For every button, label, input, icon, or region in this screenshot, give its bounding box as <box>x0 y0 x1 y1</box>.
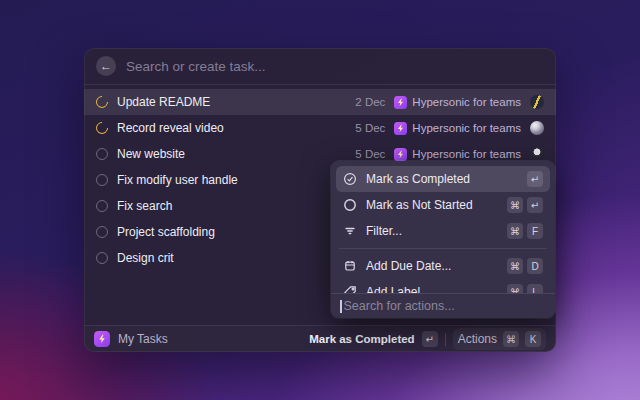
task-title: Fix modify user handle <box>117 173 238 187</box>
task-title: Record reveal video <box>117 121 224 135</box>
actions-menu-popup: Mark as Completed ↵ Mark as Not Started … <box>331 161 555 318</box>
menu-item-label: Mark as Not Started <box>366 198 473 212</box>
due-date: 5 Dec <box>355 122 385 134</box>
menu-item-filter[interactable]: Filter... ⌘ F <box>336 218 550 244</box>
status-in-progress-icon[interactable] <box>94 120 111 137</box>
status-in-progress-icon[interactable] <box>94 94 111 111</box>
check-circle-icon <box>343 172 357 186</box>
status-not-started-icon[interactable] <box>96 148 108 160</box>
back-arrow-icon: ← <box>100 59 112 73</box>
shortcut-keys: ⌘ F <box>507 223 543 239</box>
task-title: Update README <box>117 95 210 109</box>
primary-action-label[interactable]: Mark as Completed <box>309 333 414 345</box>
actions-label: Actions <box>458 332 497 346</box>
team-badge: Hypersonic for teams <box>394 96 521 109</box>
shortcut-keys: ↵ <box>527 171 543 187</box>
team-name: Hypersonic for teams <box>412 148 521 160</box>
menu-item-label: Add Label... <box>366 285 430 293</box>
tag-icon <box>343 285 357 293</box>
menu-item-mark-not-started[interactable]: Mark as Not Started ⌘ ↵ <box>336 192 550 218</box>
status-not-started-icon[interactable] <box>96 226 108 238</box>
filter-icon <box>343 224 357 238</box>
l-key-icon: L <box>527 284 543 293</box>
lightning-bolt-icon <box>394 122 407 135</box>
menu-item-label: Filter... <box>366 224 402 238</box>
desktop: { "window": { "search": { "placeholder":… <box>0 0 640 400</box>
text-cursor <box>340 300 342 313</box>
team-badge: Hypersonic for teams <box>394 122 521 135</box>
task-row[interactable]: Record reveal video 5 Dec Hypersonic for… <box>84 115 556 141</box>
due-date: 5 Dec <box>355 148 385 160</box>
task-title: New website <box>117 147 185 161</box>
assignee-avatar <box>530 147 544 161</box>
actions-button[interactable]: Actions ⌘ K <box>453 328 546 350</box>
status-not-started-icon[interactable] <box>96 174 108 186</box>
calendar-icon <box>343 259 357 273</box>
team-badge: Hypersonic for teams <box>394 148 521 161</box>
actions-menu-list: Mark as Completed ↵ Mark as Not Started … <box>331 161 555 293</box>
command-key-icon: ⌘ <box>507 197 523 213</box>
menu-item-label: Add Due Date... <box>366 259 451 273</box>
circle-icon <box>343 198 357 212</box>
footer-actions: Mark as Completed ↵ Actions ⌘ K <box>309 328 546 350</box>
menu-item-mark-completed[interactable]: Mark as Completed ↵ <box>336 166 550 192</box>
shortcut-keys: ⌘ ↵ <box>507 197 543 213</box>
team-name: Hypersonic for teams <box>412 96 521 108</box>
search-bar: ← <box>84 48 556 85</box>
menu-divider <box>339 248 547 249</box>
status-not-started-icon[interactable] <box>96 252 108 264</box>
divider <box>445 333 446 346</box>
assignee-avatar <box>530 95 544 109</box>
shortcut-keys: ⌘ D <box>507 258 543 274</box>
menu-item-label: Mark as Completed <box>366 172 470 186</box>
d-key-icon: D <box>527 258 543 274</box>
return-key-icon: ↵ <box>527 197 543 213</box>
return-key-icon: ↵ <box>527 171 543 187</box>
task-title: Fix search <box>117 199 172 213</box>
status-not-started-icon[interactable] <box>96 200 108 212</box>
app-name: My Tasks <box>118 332 168 346</box>
lightning-bolt-icon <box>394 148 407 161</box>
command-key-icon: ⌘ <box>507 284 523 293</box>
app-logo-bolt-icon <box>94 331 110 347</box>
return-key-icon: ↵ <box>422 331 438 347</box>
shortcut-keys: ⌘ L <box>507 284 543 293</box>
menu-item-add-due-date[interactable]: Add Due Date... ⌘ D <box>336 253 550 279</box>
task-title: Project scaffolding <box>117 225 215 239</box>
footer-bar: My Tasks Mark as Completed ↵ Actions ⌘ K <box>84 325 556 352</box>
back-button[interactable]: ← <box>96 56 116 76</box>
due-date: 2 Dec <box>355 96 385 108</box>
command-key-icon: ⌘ <box>503 331 519 347</box>
task-palette-window: ← Update README 2 Dec Hypersonic for tea… <box>84 48 556 352</box>
task-row[interactable]: Update README 2 Dec Hypersonic for teams <box>84 89 556 115</box>
team-name: Hypersonic for teams <box>412 122 521 134</box>
f-key-icon: F <box>527 223 543 239</box>
assignee-avatar <box>530 121 544 135</box>
k-key-icon: K <box>525 331 541 347</box>
command-key-icon: ⌘ <box>507 258 523 274</box>
actions-search-input[interactable] <box>344 299 547 313</box>
command-key-icon: ⌘ <box>507 223 523 239</box>
lightning-bolt-icon <box>394 96 407 109</box>
menu-item-add-label[interactable]: Add Label... ⌘ L <box>336 279 550 293</box>
task-search-input[interactable] <box>126 59 544 74</box>
task-title: Design crit <box>117 251 174 265</box>
actions-search-bar <box>331 293 555 318</box>
